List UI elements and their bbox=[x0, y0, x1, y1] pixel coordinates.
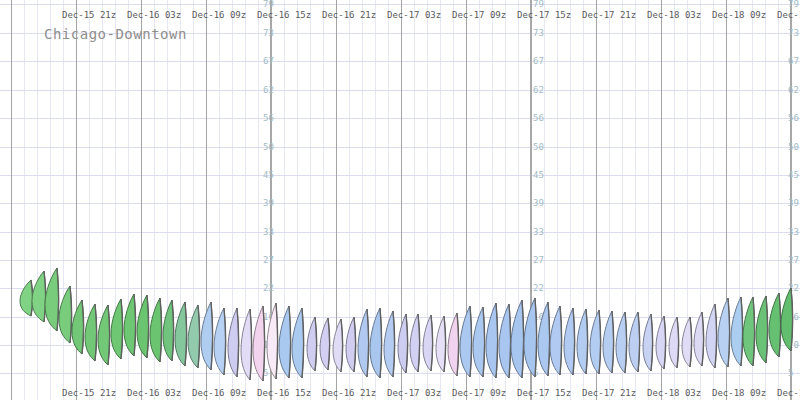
distribution-glyph bbox=[756, 296, 768, 363]
distribution-glyph bbox=[72, 300, 84, 354]
time-label: Dec-17 03z bbox=[387, 388, 441, 398]
distribution-glyph bbox=[111, 299, 123, 359]
distribution-glyph bbox=[370, 308, 382, 378]
distribution-glyph bbox=[629, 312, 640, 372]
distribution-glyph bbox=[616, 312, 627, 373]
distribution-glyph bbox=[410, 314, 420, 372]
distribution-glyph bbox=[564, 308, 575, 375]
distribution-glyph bbox=[175, 302, 187, 366]
distribution-glyph bbox=[682, 317, 692, 367]
distribution-glyph bbox=[706, 304, 717, 368]
distribution-glyph bbox=[201, 302, 213, 370]
time-label: Dec-16 15z bbox=[257, 10, 311, 20]
time-label: Dec-15 21z bbox=[62, 388, 116, 398]
time-label: Dec-17 09z bbox=[452, 388, 506, 398]
distribution-glyph bbox=[538, 302, 550, 376]
distribution-glyph bbox=[163, 300, 174, 361]
distribution-glyph bbox=[150, 298, 162, 362]
distribution-glyph bbox=[486, 303, 498, 378]
distribution-glyph bbox=[307, 317, 317, 371]
time-label: Dec-18 09z bbox=[712, 388, 766, 398]
distribution-glyph bbox=[781, 288, 793, 351]
time-label: Dec-16 15z bbox=[257, 388, 311, 398]
distribution-glyph bbox=[137, 295, 149, 358]
meteogram-chart: 7973676256504539332722161057973676256504… bbox=[0, 0, 800, 400]
distribution-glyph bbox=[423, 315, 433, 371]
distribution-glyph bbox=[253, 306, 265, 381]
time-label: Dec-18 09z bbox=[712, 10, 766, 20]
time-label: Dec-17 15z bbox=[517, 10, 571, 20]
distribution-glyph bbox=[460, 306, 472, 377]
distribution-glyph bbox=[188, 305, 200, 368]
distribution-glyph bbox=[279, 306, 291, 378]
distribution-glyph bbox=[346, 317, 356, 372]
distribution-glyph bbox=[743, 297, 755, 366]
time-label: Dec-18 03z bbox=[647, 388, 701, 398]
distribution-glyph bbox=[656, 316, 666, 369]
distribution-glyph bbox=[718, 298, 730, 367]
distribution-glyph bbox=[643, 314, 653, 371]
distribution-glyph bbox=[32, 271, 46, 322]
time-label: Dec-16 03z bbox=[127, 10, 181, 20]
distribution-glyph bbox=[669, 317, 679, 368]
time-label: Dec-16 21z bbox=[322, 10, 376, 20]
distribution-glyph bbox=[550, 306, 562, 375]
time-label: Dec-16 03z bbox=[127, 388, 181, 398]
distribution-glyph bbox=[731, 297, 743, 366]
distribution-glyph bbox=[267, 303, 278, 379]
distribution-glyph bbox=[590, 310, 601, 374]
distribution-glyph bbox=[398, 314, 408, 373]
distribution-glyph bbox=[524, 298, 537, 377]
distribution-glyph bbox=[45, 268, 59, 331]
time-label: Dec-17 21z bbox=[582, 388, 636, 398]
distribution-glyph bbox=[436, 316, 446, 372]
distribution-glyph bbox=[499, 304, 511, 378]
distribution-glyph bbox=[603, 311, 614, 373]
distribution-glyph bbox=[333, 319, 343, 372]
distribution-glyph bbox=[241, 309, 252, 380]
time-label: Dec-17 21z bbox=[582, 10, 636, 20]
time-label: Dec-17 09z bbox=[452, 10, 506, 20]
time-label: Dec-17 03z bbox=[387, 10, 441, 20]
distribution-glyph bbox=[85, 304, 97, 361]
distribution-glyph bbox=[228, 308, 239, 377]
time-label: Dec-17 15z bbox=[517, 388, 571, 398]
time-label: Dec-1 bbox=[777, 388, 800, 398]
distribution-glyph-layer bbox=[0, 0, 800, 400]
time-label: Dec-15 21z bbox=[62, 10, 116, 20]
distribution-glyph bbox=[292, 308, 304, 378]
distribution-glyph bbox=[124, 294, 136, 356]
chart-title: Chicago-Downtown bbox=[44, 26, 187, 42]
distribution-glyph bbox=[511, 300, 524, 378]
distribution-glyph bbox=[320, 318, 330, 370]
distribution-glyph bbox=[694, 312, 704, 366]
time-label: Dec-16 21z bbox=[322, 388, 376, 398]
distribution-glyph bbox=[577, 309, 588, 374]
time-label: Dec-18 03z bbox=[647, 10, 701, 20]
distribution-glyph bbox=[448, 313, 459, 376]
time-label: Dec-1 bbox=[777, 10, 800, 20]
distribution-glyph bbox=[214, 308, 226, 375]
distribution-glyph bbox=[769, 293, 781, 357]
time-label: Dec-16 09z bbox=[192, 10, 246, 20]
distribution-glyph bbox=[473, 307, 485, 377]
distribution-glyph bbox=[358, 309, 369, 377]
distribution-glyph bbox=[59, 286, 72, 343]
distribution-glyph bbox=[384, 311, 395, 377]
distribution-glyph bbox=[98, 305, 110, 365]
time-label: Dec-16 09z bbox=[192, 388, 246, 398]
distribution-glyph bbox=[20, 280, 33, 316]
